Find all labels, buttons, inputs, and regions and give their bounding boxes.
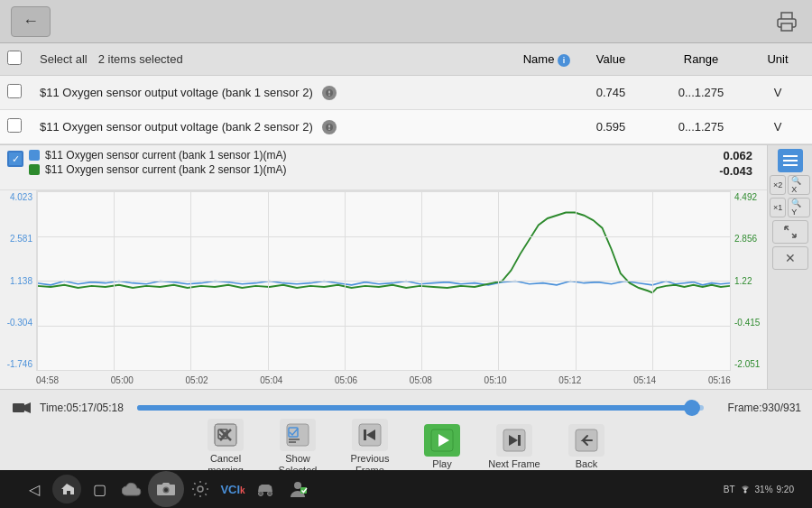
x-label-3: 05:04: [260, 375, 282, 385]
show-selected-icon: [280, 419, 316, 451]
zoom-search-x-button[interactable]: 🔍X: [788, 175, 810, 195]
nav-camera-button[interactable]: [148, 471, 184, 507]
table-row: $11 Oxygen sensor output voltage (bank 2…: [0, 110, 812, 144]
row2-label: $11 Oxygen sensor output voltage (bank 2…: [40, 120, 570, 134]
back-action-icon: [568, 424, 604, 457]
camera-icon: [156, 481, 176, 497]
legend-item-1: $11 Oxygen sensor current (bank 1 sensor…: [29, 149, 286, 162]
progress-thumb[interactable]: [684, 400, 700, 416]
select-all-checkbox-container[interactable]: [7, 51, 40, 68]
x-label-2: 05:02: [186, 375, 208, 385]
x-label-7: 05:12: [558, 375, 581, 385]
svg-point-25: [259, 492, 263, 496]
svg-point-26: [268, 492, 272, 496]
svg-point-29: [743, 491, 746, 494]
close-chart-button[interactable]: ✕: [772, 246, 808, 270]
person-icon: [288, 480, 308, 498]
row2-text: $11 Oxygen sensor output voltage (bank 2…: [40, 120, 313, 134]
zoom-x1-button[interactable]: ×1: [770, 198, 786, 217]
progress-track[interactable]: [137, 405, 704, 411]
settings-icon: [325, 88, 334, 97]
zoom-row-2: ×1 🔍Y: [770, 198, 810, 217]
nav-settings-button[interactable]: [184, 473, 217, 505]
zoom-x2-button[interactable]: ×2: [770, 175, 786, 195]
cancel-merging-button[interactable]: Cancelmerging: [198, 419, 253, 476]
chart-section: $11 Oxygen sensor current (bank 1 sensor…: [0, 145, 812, 389]
y-axis-left: 4.023 2.581 1.138 -0.304 -1.746: [0, 190, 36, 371]
android-nav-bar: ◁ ▢ VCIk: [0, 470, 812, 508]
next-frame-label: Next Frame: [488, 458, 540, 470]
row2-info-icon[interactable]: [322, 120, 337, 134]
row1-range: 0...1.275: [651, 86, 751, 99]
row2-checkbox[interactable]: [7, 118, 22, 133]
car-icon: [254, 481, 276, 497]
table-row: $11 Oxygen sensor output voltage (bank 1…: [0, 76, 812, 110]
items-selected-label: 2 items selected: [98, 52, 183, 66]
legend-value-2: -0.043: [719, 164, 752, 178]
status-indicators: BT 31% 9:20: [724, 484, 794, 494]
grid-line: [37, 191, 730, 192]
expand-button[interactable]: [772, 220, 808, 244]
svg-marker-3: [24, 402, 31, 413]
svg-point-24: [198, 486, 203, 492]
x-label-8: 05:14: [633, 375, 656, 385]
info-dot-icon[interactable]: i: [558, 54, 570, 67]
progress-row: Time:05:17/05:18 Frame:930/931: [0, 390, 812, 425]
grid-line-v: [730, 191, 731, 370]
zoom-search-y-button[interactable]: 🔍Y: [788, 198, 810, 217]
nav-person-button[interactable]: [281, 473, 314, 505]
cancel-icon: [213, 422, 238, 448]
row1-value: 0.745: [570, 86, 651, 99]
nav-square-button[interactable]: ▢: [83, 473, 115, 505]
row1-label: $11 Oxygen sensor output voltage (bank 1…: [40, 86, 570, 100]
row1-unit: V: [751, 86, 805, 99]
show-selected-button[interactable]: ShowSelected: [271, 419, 325, 476]
chart-canvas: 4.023 2.581 1.138 -0.304 -1.746 4.492 2.…: [0, 190, 767, 389]
nav-home-button[interactable]: [51, 473, 83, 505]
y-left-label-2: 1.138: [10, 276, 32, 286]
next-frame-button[interactable]: Next Frame: [487, 424, 541, 470]
back-icon-svg: [574, 428, 599, 453]
y-left-label-4: -1.746: [7, 359, 32, 369]
nav-square-icon: ▢: [93, 481, 106, 498]
nav-back-button[interactable]: ◁: [18, 473, 51, 505]
previous-frame-button[interactable]: PreviousFrame: [343, 419, 397, 476]
settings2-icon: [325, 123, 334, 132]
name-header-text: Name: [523, 52, 555, 66]
select-all-checkbox[interactable]: [7, 51, 22, 65]
nav-car-button[interactable]: [249, 473, 281, 505]
back-button[interactable]: ←: [11, 6, 51, 37]
back-action-button[interactable]: Back: [559, 424, 614, 470]
row1-checkbox-container[interactable]: [7, 84, 40, 101]
print-button[interactable]: [772, 7, 801, 36]
nav-cloud-button[interactable]: [115, 473, 148, 505]
grid-line-v: [576, 191, 577, 370]
cloud-icon: [122, 481, 142, 497]
chart-legend-checkbox[interactable]: [7, 151, 23, 167]
frame-label: Frame:930/931: [711, 402, 801, 414]
expand-icon: [783, 225, 798, 239]
row1-checkbox[interactable]: [7, 84, 22, 98]
grid-line-v: [190, 191, 191, 370]
legend-color-2: [29, 164, 40, 175]
battery-status: 31%: [755, 485, 773, 494]
grid-line: [37, 326, 730, 327]
chart-line-1: [37, 282, 730, 285]
chart-menu-button[interactable]: [778, 149, 803, 172]
row2-checkbox-container[interactable]: [7, 118, 40, 135]
back-arrow-icon: ←: [23, 12, 39, 31]
grid-line: [37, 281, 730, 282]
back-action-label: Back: [576, 458, 597, 470]
chart-plot-area[interactable]: [36, 190, 731, 371]
row1-info-icon[interactable]: [322, 86, 337, 100]
value-col-header: Value: [570, 52, 651, 66]
grid-line-v: [37, 191, 38, 370]
play-button[interactable]: Play: [415, 424, 469, 470]
nav-vci-button[interactable]: VCIk: [217, 473, 249, 505]
time-label: Time:05:17/05:18: [40, 402, 130, 414]
x-label-9: 05:16: [708, 375, 731, 385]
time-status: 9:20: [777, 485, 794, 494]
svg-rect-19: [518, 435, 521, 446]
previous-frame-icon: [352, 419, 388, 451]
chart-legend: $11 Oxygen sensor current (bank 1 sensor…: [0, 145, 767, 190]
